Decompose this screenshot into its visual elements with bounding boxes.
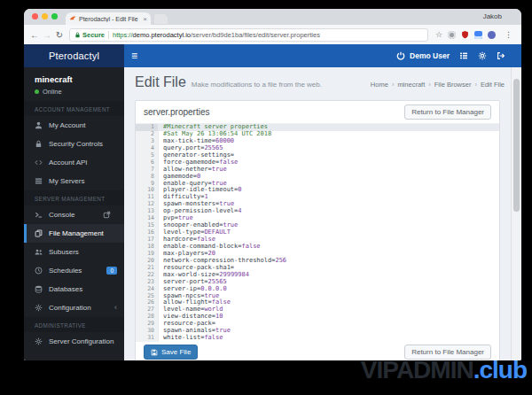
clock-icon — [35, 267, 43, 275]
sidebar-item-label: Schedules — [49, 267, 106, 275]
main-content: Edit File Make modifications to a file f… — [124, 67, 512, 360]
save-icon — [151, 349, 158, 356]
sidebar-item-label: My Servers — [49, 177, 117, 185]
breadcrumb: Home›minecraft›File Browser›Edit File — [371, 81, 505, 89]
line-number: 31 — [136, 335, 158, 342]
forward-icon[interactable]: → — [41, 30, 53, 40]
sidebar-item-label: Subusers — [49, 248, 117, 256]
chrome-menu-icon[interactable]: ⋮ — [505, 30, 512, 39]
watermark-name: VIPADMIN — [361, 356, 473, 383]
user-name: Demo User — [410, 51, 450, 60]
sidebar-item-label: Configuration — [49, 304, 114, 312]
minimize-window-button[interactable] — [42, 13, 48, 19]
line-number: 8 — [136, 174, 158, 181]
sidebar-section-label: ADMINISTRATIVE — [24, 317, 124, 332]
breadcrumb-item[interactable]: File Browser — [434, 81, 472, 89]
sidebar-item-account-api[interactable]: Account API — [24, 153, 124, 172]
sidebar-item-security-controls[interactable]: Security Controls — [24, 135, 124, 153]
user-menu[interactable]: Demo User — [396, 51, 450, 60]
code-line: 31white-list=false — [136, 335, 499, 342]
code-icon — [35, 159, 43, 167]
line-number: 7 — [136, 167, 158, 174]
shield-extension-icon[interactable] — [461, 30, 469, 39]
sidebar-item-my-servers[interactable]: My Servers — [24, 172, 124, 190]
browser-tab[interactable]: Pterodactyl - Edit File × — [66, 12, 151, 25]
online-status-dot — [35, 89, 39, 94]
admin-cogs-icon[interactable] — [478, 51, 487, 60]
breadcrumb-separator: › — [392, 81, 395, 89]
sidebar-item-my-account[interactable]: My Account — [24, 116, 124, 135]
sidebar-item-label: File Management — [49, 229, 117, 237]
wrench-icon — [35, 337, 43, 345]
app-header: Pterodactyl ≡ Demo User — [24, 44, 521, 67]
line-number: 6 — [136, 159, 158, 167]
zoom-window-button[interactable] — [51, 13, 58, 19]
line-number: 2 — [136, 131, 158, 138]
sidebar-item-label: My Account — [49, 121, 117, 129]
reload-icon[interactable]: ↻ — [53, 30, 66, 40]
sidebar-item-schedules[interactable]: Schedules0 — [24, 261, 124, 280]
sidebar-item-label: Console — [49, 211, 103, 219]
sidebar: minecraft Online ACCOUNT MANAGEMENTMy Ac… — [24, 67, 124, 360]
page-scrollbar[interactable] — [511, 67, 521, 360]
scrollbar-thumb[interactable] — [513, 79, 520, 212]
tab-title: Pterodactyl - Edit File — [79, 16, 141, 22]
sidebar-toggle-icon[interactable]: ≡ — [131, 44, 137, 67]
close-window-button[interactable] — [32, 13, 38, 19]
pterodactyl-favicon-icon — [69, 15, 76, 22]
users-icon — [35, 248, 43, 256]
file-editor-panel: server.properties Return to File Manager… — [135, 100, 500, 360]
code-editor[interactable]: 1#Minecraft server properties2#Sat May 2… — [136, 124, 499, 342]
line-number: 4 — [136, 145, 158, 152]
browser-toolbar: ← → ↻ Secure https://demo.pterodactyl.io… — [24, 25, 521, 44]
server-list-icon[interactable] — [459, 51, 468, 60]
sidebar-item-subusers[interactable]: Subusers — [24, 243, 124, 261]
secure-badge[interactable]: Secure — [82, 31, 105, 39]
brand-logo[interactable]: Pterodactyl — [24, 44, 124, 67]
sidebar-item-label: Server Configuration — [49, 337, 117, 345]
server-summary: minecraft Online — [24, 67, 124, 101]
sign-out-icon[interactable] — [497, 51, 505, 60]
sidebar-item-console[interactable]: Console — [24, 205, 124, 224]
sidebar-item-file-management[interactable]: File Management — [24, 224, 124, 243]
sidebar-item-databases[interactable]: Databases — [24, 280, 124, 298]
line-number: 5 — [136, 152, 158, 159]
schedules-count-badge: 0 — [106, 267, 117, 275]
breadcrumb-item[interactable]: minecraft — [397, 81, 425, 89]
breadcrumb-separator: › — [474, 81, 477, 89]
external-link-icon — [103, 211, 111, 219]
file-name-heading: server.properties — [144, 107, 209, 117]
line-number: 3 — [136, 138, 158, 145]
tab-close-icon[interactable]: × — [143, 15, 147, 23]
sidebar-section-label: SERVER MANAGEMENT — [24, 190, 124, 205]
browser-profile-name[interactable]: Jakob — [483, 12, 502, 20]
chevron-left-icon: ‹ — [114, 304, 117, 312]
watermark-tld: .club — [473, 356, 527, 383]
browser-window: Pterodactyl - Edit File × Jakob ← → ↻ Se… — [24, 9, 521, 360]
return-to-file-manager-button[interactable]: Return to File Manager — [404, 105, 491, 120]
sidebar-item-configuration[interactable]: Configuration‹ — [24, 298, 124, 317]
new-tab-button[interactable] — [154, 14, 168, 24]
save-file-button[interactable]: Save File — [144, 345, 198, 360]
sidebar-item-label: Account API — [49, 159, 117, 167]
database-icon — [35, 285, 43, 293]
cogs-icon — [35, 304, 43, 312]
lock-icon — [35, 140, 43, 148]
lock-secure-icon — [74, 32, 81, 38]
url-divider — [108, 31, 109, 39]
bookmark-star-icon[interactable]: ☆ — [435, 30, 442, 39]
breadcrumb-item: Edit File — [481, 81, 505, 89]
indigo-extension-icon[interactable] — [488, 31, 496, 39]
address-bar[interactable]: Secure https://demo.pterodactyl.io/serve… — [69, 28, 428, 42]
terminal-icon — [35, 211, 43, 219]
breadcrumb-item[interactable]: Home — [371, 81, 388, 89]
blue-extension-icon[interactable] — [474, 31, 482, 39]
user-icon — [35, 121, 43, 129]
server-name: minecraft — [35, 74, 113, 84]
back-icon[interactable]: ← — [28, 30, 41, 40]
extension-icon[interactable] — [448, 31, 456, 39]
url-text: https://demo.pterodactyl.io/server/bd9de… — [113, 31, 320, 39]
list-icon — [35, 177, 43, 185]
line-number: 1 — [136, 124, 158, 131]
sidebar-item-server-configuration[interactable]: Server Configuration — [24, 332, 124, 351]
